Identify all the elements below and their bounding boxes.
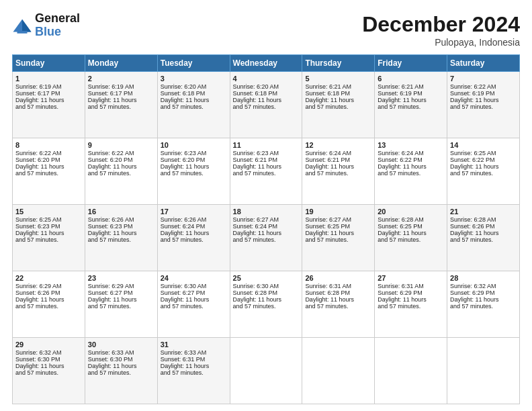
cell-info-line: Daylight: 11 hours xyxy=(161,363,227,369)
logo-text: General Blue xyxy=(35,12,80,39)
calendar-day-header: Friday xyxy=(375,55,447,72)
calendar-cell: 5Sunrise: 6:21 AMSunset: 6:18 PMDaylight… xyxy=(302,72,375,138)
cell-info-line: and 57 minutes. xyxy=(305,236,371,243)
day-number: 28 xyxy=(450,274,517,282)
cell-info-line: Daylight: 11 hours xyxy=(88,97,154,103)
cell-info-line: Sunset: 6:19 PM xyxy=(378,90,444,97)
calendar-day-header: Thursday xyxy=(302,55,375,72)
cell-info-line: Daylight: 11 hours xyxy=(378,163,444,170)
cell-info-line: Daylight: 11 hours xyxy=(233,163,300,170)
cell-info-line: Sunset: 6:30 PM xyxy=(15,356,82,363)
cell-info-line: Daylight: 11 hours xyxy=(378,97,444,103)
cell-info-line: and 57 minutes. xyxy=(233,170,300,177)
cell-info-line: and 57 minutes. xyxy=(450,170,517,177)
cell-info-line: and 57 minutes. xyxy=(378,103,444,110)
day-number: 22 xyxy=(15,274,82,282)
page-subtitle: Pulopaya, Indonesia xyxy=(362,37,520,48)
cell-info-line: Sunrise: 6:27 AM xyxy=(305,216,371,223)
day-number: 23 xyxy=(88,274,154,282)
cell-info-line: Sunset: 6:26 PM xyxy=(15,289,82,296)
calendar-cell: 2Sunrise: 6:19 AMSunset: 6:17 PMDaylight… xyxy=(85,72,157,138)
calendar-week-row: 22Sunrise: 6:29 AMSunset: 6:26 PMDayligh… xyxy=(13,271,520,338)
cell-info-line: Sunset: 6:24 PM xyxy=(233,223,300,230)
page-header: General Blue December 2024 Pulopaya, Ind… xyxy=(12,12,520,48)
day-number: 20 xyxy=(378,208,444,216)
day-number: 9 xyxy=(88,141,154,149)
day-number: 7 xyxy=(450,75,517,83)
cell-info-line: Daylight: 11 hours xyxy=(15,230,82,236)
cell-info-line: Sunset: 6:26 PM xyxy=(450,223,517,230)
cell-info-line: and 57 minutes. xyxy=(450,303,517,310)
cell-info-line: and 57 minutes. xyxy=(305,103,371,110)
cell-info-line: and 57 minutes. xyxy=(161,369,227,376)
logo-icon xyxy=(12,17,32,37)
calendar-cell: 31Sunrise: 6:33 AMSunset: 6:31 PMDayligh… xyxy=(157,338,230,404)
calendar-body: 1Sunrise: 6:19 AMSunset: 6:17 PMDaylight… xyxy=(13,72,520,404)
cell-info-line: Sunrise: 6:30 AM xyxy=(233,283,300,289)
calendar-cell: 18Sunrise: 6:27 AMSunset: 6:24 PMDayligh… xyxy=(230,205,302,271)
calendar-cell: 16Sunrise: 6:26 AMSunset: 6:23 PMDayligh… xyxy=(85,205,157,271)
cell-info-line: Sunrise: 6:25 AM xyxy=(450,150,517,156)
cell-info-line: Sunset: 6:31 PM xyxy=(161,356,227,363)
cell-info-line: Sunrise: 6:29 AM xyxy=(15,283,82,289)
calendar-week-row: 15Sunrise: 6:25 AMSunset: 6:23 PMDayligh… xyxy=(13,205,520,271)
day-number: 24 xyxy=(161,274,227,282)
day-number: 19 xyxy=(305,208,371,216)
day-number: 11 xyxy=(233,141,300,149)
calendar-cell: 8Sunrise: 6:22 AMSunset: 6:20 PMDaylight… xyxy=(13,138,85,205)
day-number: 3 xyxy=(161,75,227,83)
cell-info-line: and 57 minutes. xyxy=(233,303,300,310)
day-number: 26 xyxy=(305,274,371,282)
cell-info-line: Sunrise: 6:29 AM xyxy=(88,283,154,289)
day-number: 31 xyxy=(161,340,227,349)
calendar-cell: 21Sunrise: 6:28 AMSunset: 6:26 PMDayligh… xyxy=(447,205,520,271)
calendar-cell: 6Sunrise: 6:21 AMSunset: 6:19 PMDaylight… xyxy=(375,72,447,138)
calendar-week-row: 29Sunrise: 6:32 AMSunset: 6:30 PMDayligh… xyxy=(13,338,520,404)
logo-blue: Blue xyxy=(35,26,80,39)
calendar-cell: 19Sunrise: 6:27 AMSunset: 6:25 PMDayligh… xyxy=(302,205,375,271)
cell-info-line: Sunrise: 6:23 AM xyxy=(233,150,300,156)
cell-info-line: Sunrise: 6:27 AM xyxy=(233,216,300,223)
cell-info-line: Daylight: 11 hours xyxy=(233,230,300,236)
calendar-day-header: Sunday xyxy=(13,55,85,72)
cell-info-line: Daylight: 11 hours xyxy=(233,97,300,103)
cell-info-line: and 57 minutes. xyxy=(305,303,371,310)
svg-rect-2 xyxy=(17,31,28,34)
cell-info-line: Sunset: 6:20 PM xyxy=(15,156,82,163)
cell-info-line: and 57 minutes. xyxy=(305,170,371,177)
calendar-cell: 26Sunrise: 6:31 AMSunset: 6:28 PMDayligh… xyxy=(302,271,375,338)
cell-info-line: Sunrise: 6:23 AM xyxy=(161,150,227,156)
cell-info-line: Sunset: 6:18 PM xyxy=(305,90,371,97)
calendar-cell: 9Sunrise: 6:22 AMSunset: 6:20 PMDaylight… xyxy=(85,138,157,205)
cell-info-line: Sunrise: 6:24 AM xyxy=(378,150,444,156)
cell-info-line: Daylight: 11 hours xyxy=(305,230,371,236)
cell-info-line: Sunrise: 6:22 AM xyxy=(15,150,82,156)
cell-info-line: Sunrise: 6:25 AM xyxy=(15,216,82,223)
cell-info-line: Sunset: 6:23 PM xyxy=(88,223,154,230)
cell-info-line: Sunset: 6:27 PM xyxy=(88,289,154,296)
cell-info-line: Sunset: 6:21 PM xyxy=(233,156,300,163)
calendar-cell: 25Sunrise: 6:30 AMSunset: 6:28 PMDayligh… xyxy=(230,271,302,338)
cell-info-line: Daylight: 11 hours xyxy=(15,97,82,103)
day-number: 5 xyxy=(305,75,371,83)
logo: General Blue xyxy=(12,12,80,39)
cell-info-line: and 57 minutes. xyxy=(15,236,82,243)
cell-info-line: and 57 minutes. xyxy=(88,170,154,177)
cell-info-line: Sunrise: 6:33 AM xyxy=(161,349,227,356)
day-number: 16 xyxy=(88,208,154,216)
cell-info-line: Sunrise: 6:31 AM xyxy=(305,283,371,289)
calendar-cell: 23Sunrise: 6:29 AMSunset: 6:27 PMDayligh… xyxy=(85,271,157,338)
cell-info-line: Daylight: 11 hours xyxy=(161,296,227,303)
cell-info-line: Sunset: 6:24 PM xyxy=(161,223,227,230)
calendar-day-header: Monday xyxy=(85,55,157,72)
cell-info-line: Sunrise: 6:22 AM xyxy=(450,83,517,90)
calendar-cell: 3Sunrise: 6:20 AMSunset: 6:18 PMDaylight… xyxy=(157,72,230,138)
cell-info-line: Sunset: 6:29 PM xyxy=(378,289,444,296)
day-number: 13 xyxy=(378,141,444,149)
title-block: December 2024 Pulopaya, Indonesia xyxy=(362,12,520,48)
calendar-cell xyxy=(375,338,447,404)
calendar-cell: 28Sunrise: 6:32 AMSunset: 6:29 PMDayligh… xyxy=(447,271,520,338)
day-number: 14 xyxy=(450,141,517,149)
calendar-cell: 29Sunrise: 6:32 AMSunset: 6:30 PMDayligh… xyxy=(13,338,85,404)
cell-info-line: Sunrise: 6:33 AM xyxy=(88,349,154,356)
